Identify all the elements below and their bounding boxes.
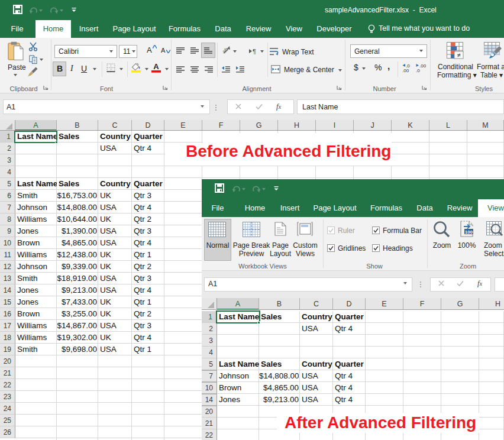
svg-text:≠: ≠ (457, 51, 460, 59)
svg-text:.0: .0 (416, 68, 420, 73)
svg-text:100: 100 (465, 229, 473, 235)
svg-text:.00: .00 (419, 63, 427, 69)
svg-text:¶: ¶ (253, 48, 256, 55)
svg-text:.00: .00 (402, 68, 409, 73)
svg-text:A: A (153, 63, 159, 71)
